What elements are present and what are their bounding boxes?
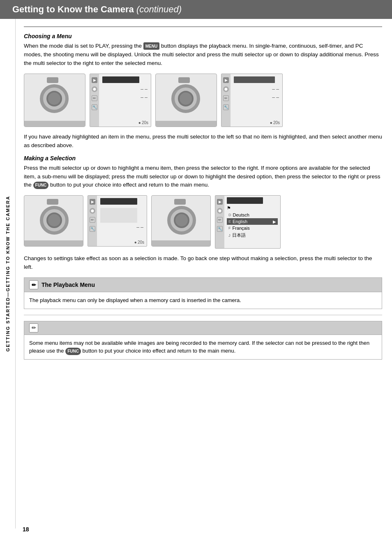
menu-icon-play-3: ▶ bbox=[90, 199, 95, 205]
camera-diagram-4 bbox=[151, 195, 211, 247]
lang-menu-content: ⚑ D Deutsch E English ▶ F Français bbox=[224, 196, 280, 241]
menu-icon-pencil-2: ✏ bbox=[223, 95, 229, 101]
menu-row-3a: – – bbox=[100, 224, 143, 230]
note-playback-menu: ✏ The Playback Menu The playback menu ca… bbox=[24, 277, 382, 309]
func-button-inline-2: FUNC bbox=[65, 348, 81, 355]
menu-screen-2: ▶ ⬤ ✏ 🔧 – – – – ●20s bbox=[221, 74, 283, 127]
cam-lens-4 bbox=[167, 206, 196, 235]
lang-menu-screen: ▶ ⬤ ✏ 🔧 ⚑ D Deutsch E bbox=[215, 195, 281, 249]
menu-content-2: – – – – ●20s bbox=[231, 74, 282, 127]
menu-screen-sidebar-1: ▶ ⬤ ✏ 🔧 bbox=[90, 74, 99, 127]
cam-lens-inner-4 bbox=[174, 212, 189, 228]
lang-header-bar bbox=[227, 197, 263, 204]
menu-submenu-placeholder bbox=[100, 208, 137, 223]
page-number: 18 bbox=[23, 526, 29, 533]
note-playback-header: ✏ The Playback Menu bbox=[24, 278, 382, 292]
menu-row-2b: – – bbox=[234, 95, 279, 100]
note-general: ✏ Some menu items may not be available w… bbox=[24, 321, 382, 360]
cam-lens-inner-1 bbox=[46, 91, 62, 106]
cam-lens-inner-3 bbox=[46, 212, 62, 228]
menu-footer-2: ●20s bbox=[270, 120, 280, 125]
cam-bottom-bar-4 bbox=[152, 240, 210, 246]
cam-lens-2 bbox=[171, 84, 200, 113]
menu-footer-3: ●20s bbox=[134, 240, 144, 245]
image-row-1: ▶ ⬤ ✏ 🔧 – – – – ●20s bbox=[24, 74, 382, 127]
cam-bottom-bar-2 bbox=[156, 121, 217, 127]
cam-bottom-bar-1 bbox=[24, 121, 85, 127]
lang-flag-row: ⚑ bbox=[227, 205, 278, 211]
section2-para2: Changes to settings take effect as soon … bbox=[24, 254, 382, 272]
lang-menu-icon-cam: ⬤ bbox=[217, 208, 223, 214]
section-rule-1 bbox=[24, 315, 382, 315]
menu-screen-sidebar-2: ▶ ⬤ ✏ 🔧 bbox=[221, 74, 231, 127]
cam-bottom-bar-3 bbox=[24, 240, 83, 246]
main-content: Choosing a Menu When the mode dial is se… bbox=[16, 19, 392, 528]
note-general-body: Some menu items may not be available whi… bbox=[24, 335, 382, 359]
section2-para1: Press the multi selector up or down to h… bbox=[24, 164, 382, 190]
note-general-header: ✏ bbox=[24, 321, 382, 335]
section-making-a-selection-title: Making a Selection bbox=[24, 155, 382, 162]
page-title: Getting to Know the Camera (continued) bbox=[12, 4, 182, 15]
menu-header-bar-2 bbox=[234, 76, 275, 83]
section-choosing-a-menu-title: Choosing a Menu bbox=[24, 33, 382, 39]
page-header: Getting to Know the Camera (continued) bbox=[0, 0, 392, 19]
lang-menu-icon-wrench: 🔧 bbox=[217, 226, 223, 232]
menu-header-bar-1 bbox=[102, 76, 139, 83]
note-playback-body: The playback menu can only be displayed … bbox=[24, 292, 382, 309]
lang-menu-sidebar: ▶ ⬤ ✏ 🔧 bbox=[215, 196, 224, 248]
menu-icon-cam-3: ⬤ bbox=[90, 208, 95, 214]
camera-diagram-1 bbox=[24, 74, 85, 127]
menu-header-bar-3 bbox=[100, 198, 137, 205]
sidebar-label: GETTING STARTED—GETTING TO KNOW THE CAME… bbox=[5, 196, 10, 351]
section1-para1: When the mode dial is set to PLAY, press… bbox=[24, 42, 382, 68]
lang-item-english: E English ▶ bbox=[227, 218, 278, 225]
menu-row-1b: – – bbox=[102, 95, 148, 100]
lang-item-japanese: J 日本語 bbox=[227, 231, 278, 239]
menu-icon-cam-2: ⬤ bbox=[223, 86, 229, 92]
top-rule bbox=[24, 26, 382, 27]
menu-icon-play-2: ▶ bbox=[223, 77, 229, 83]
camera-diagram-2 bbox=[155, 74, 217, 127]
menu-icon-wrench-3: 🔧 bbox=[90, 226, 95, 232]
menu-content-3: – – ●20s bbox=[97, 196, 147, 246]
menu-icon-play-1: ▶ bbox=[92, 77, 97, 83]
menu-footer-1: ●20s bbox=[138, 120, 148, 125]
cam-top-btn-3 bbox=[47, 199, 58, 205]
menu-icon-pencil-1: ✏ bbox=[92, 95, 97, 101]
pencil-icon-2: ✏ bbox=[29, 323, 38, 332]
menu-screen-sidebar-3: ▶ ⬤ ✏ 🔧 bbox=[88, 196, 97, 246]
cam-top-btn-1 bbox=[47, 77, 58, 83]
lang-item-francais: F Français bbox=[227, 225, 278, 231]
menu-icon-pencil-3: ✏ bbox=[90, 217, 95, 223]
pencil-icon: ✏ bbox=[29, 280, 38, 289]
menu-row-1a: – – bbox=[102, 86, 148, 92]
cam-top-btn-4 bbox=[174, 199, 186, 205]
section1-para2: If you have already highlighted an item … bbox=[24, 133, 382, 150]
func-button-inline-1: FUNC bbox=[33, 182, 49, 189]
menu-icon-wrench-1: 🔧 bbox=[92, 104, 97, 110]
menu-screen-3: ▶ ⬤ ✏ 🔧 – – ●20s bbox=[88, 195, 147, 247]
menu-icon-wrench-2: 🔧 bbox=[223, 104, 229, 110]
lang-menu-icon-pencil: ✏ bbox=[217, 217, 223, 223]
menu-row-2a: – – bbox=[234, 86, 279, 92]
menu-content-1: – – – – ●20s bbox=[99, 74, 151, 127]
camera-diagram-3 bbox=[24, 195, 83, 247]
lang-item-deutsch: D Deutsch bbox=[227, 212, 278, 218]
image-row-2: ▶ ⬤ ✏ 🔧 – – ●20s bbox=[24, 195, 382, 249]
cam-lens-3 bbox=[40, 206, 69, 235]
menu-button-inline: MENU bbox=[143, 42, 159, 50]
menu-icon-cam-1: ⬤ bbox=[92, 86, 97, 92]
lang-menu-icon-play: ▶ bbox=[217, 199, 223, 205]
cam-top-btn-2 bbox=[178, 77, 190, 83]
sidebar: GETTING STARTED—GETTING TO KNOW THE CAME… bbox=[0, 19, 16, 528]
cam-lens-inner-2 bbox=[178, 91, 194, 106]
cam-lens-1 bbox=[40, 84, 69, 113]
menu-screen-1: ▶ ⬤ ✏ 🔧 – – – – ●20s bbox=[90, 74, 151, 127]
